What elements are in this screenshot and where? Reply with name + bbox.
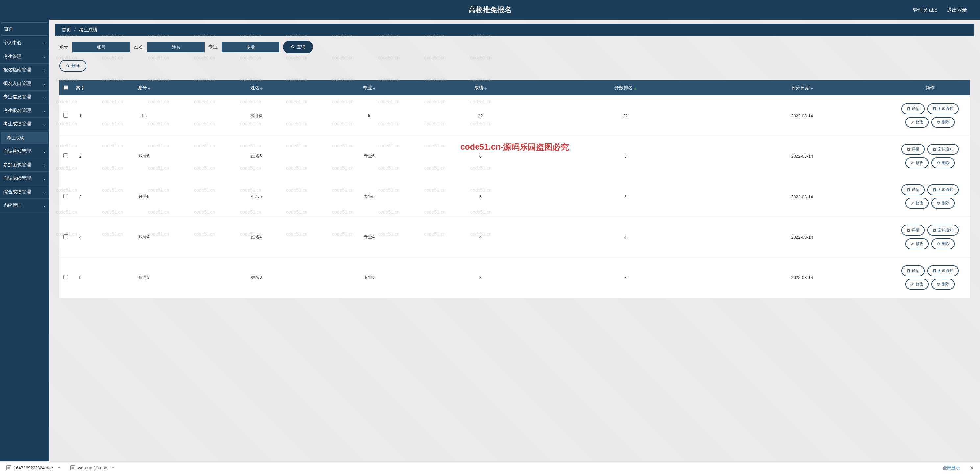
col-account[interactable]: 账号◆ (88, 80, 200, 96)
row-checkbox[interactable] (64, 113, 68, 118)
sidebar-item-5[interactable]: 考生报名管理⌄ (0, 104, 49, 118)
notify-button[interactable]: 面试通知 (928, 265, 959, 276)
edit-button[interactable]: 修改 (905, 279, 929, 290)
notify-button[interactable]: 面试通知 (928, 184, 959, 195)
cell-index: 1 (72, 96, 88, 136)
table-row: 111水电费it22222022-03-14详情面试通知修改删除 (59, 96, 970, 136)
row-checkbox[interactable] (64, 153, 68, 158)
cell-date: 2022-03-14 (714, 257, 889, 298)
cell-name: 姓名6 (200, 136, 313, 176)
delete-button[interactable]: 删除 (931, 157, 955, 168)
col-name[interactable]: 姓名◆ (200, 80, 313, 96)
chevron-down-icon: ⌄ (43, 109, 46, 113)
sidebar-home-label: 首页 (4, 26, 13, 32)
col-major[interactable]: 专业◆ (313, 80, 425, 96)
notify-button[interactable]: 面试通知 (928, 103, 959, 114)
logout-link[interactable]: 退出登录 (947, 7, 967, 13)
sidebar-item-3[interactable]: 报名入口管理⌄ (0, 77, 49, 91)
cell-index: 3 (72, 176, 88, 217)
delete-button[interactable]: 删除 (931, 279, 955, 290)
search-major-input[interactable] (222, 42, 279, 52)
sidebar-item-11[interactable]: 系统管理⌄ (0, 199, 49, 212)
search-button[interactable]: 查询 (283, 41, 313, 53)
sidebar-item-label: 系统管理 (3, 203, 22, 208)
table-row: 4账号4姓名4专业4442022-03-14详情面试通知修改删除 (59, 217, 970, 257)
edit-button[interactable]: 修改 (905, 157, 929, 168)
sidebar-item-label: 考生成绩管理 (3, 121, 31, 127)
breadcrumb-home[interactable]: 首页 (62, 27, 71, 32)
search-row: 账号 姓名 专业 查询 (49, 36, 980, 58)
sidebar-item-4[interactable]: 专业信息管理⌄ (0, 91, 49, 104)
sidebar-item-label: 考生管理 (3, 54, 22, 59)
notify-button[interactable]: 面试通知 (928, 144, 959, 155)
cell-account: 账号5 (88, 176, 200, 217)
edit-button[interactable]: 修改 (905, 198, 929, 209)
chevron-down-icon: ⌄ (43, 190, 46, 194)
download-item-1[interactable]: ▤ 1647269233324.doc ^ (3, 464, 64, 472)
cell-rank: 3 (536, 257, 714, 298)
chevron-down-icon: ⌄ (43, 176, 46, 181)
edit-button[interactable]: 修改 (905, 117, 929, 128)
chevron-down-icon: ⌄ (43, 203, 46, 208)
cell-account: 账号3 (88, 257, 200, 298)
col-score[interactable]: 成绩◆ (425, 80, 536, 96)
breadcrumb-sep: / (74, 27, 76, 32)
detail-button[interactable]: 详情 (901, 265, 925, 276)
sidebar-item-7[interactable]: 面试通知管理⌄ (0, 145, 49, 158)
sidebar-item-2[interactable]: 报名指南管理⌄ (0, 64, 49, 77)
detail-button[interactable]: 详情 (901, 144, 925, 155)
cell-score: 4 (425, 217, 536, 257)
col-ops: 操作 (889, 80, 970, 96)
col-index[interactable]: 索引 (72, 80, 88, 96)
bulk-delete-button[interactable]: 删除 (59, 60, 86, 72)
cell-name: 姓名4 (200, 217, 313, 257)
cell-index: 4 (72, 217, 88, 257)
sidebar-item-6[interactable]: 考生成绩管理⌄ (0, 118, 49, 131)
search-major-label: 专业 (208, 44, 218, 50)
sidebar-item-9[interactable]: 面试成绩管理⌄ (0, 172, 49, 185)
search-account-input[interactable] (72, 42, 130, 52)
delete-button[interactable]: 删除 (931, 117, 955, 128)
cell-score: 3 (425, 257, 536, 298)
detail-button[interactable]: 详情 (901, 103, 925, 114)
chevron-down-icon: ⌄ (43, 95, 46, 99)
sidebar-home[interactable]: 首页 (1, 22, 48, 35)
chevron-down-icon: ⌄ (43, 68, 46, 72)
sort-icon: ◆ (261, 86, 263, 90)
sidebar-item-1[interactable]: 考生管理⌄ (0, 50, 49, 64)
download-item-2[interactable]: ▤ wenjian (1).doc ^ (67, 464, 118, 472)
col-rank[interactable]: 分数排名▲ (536, 80, 714, 96)
delete-button[interactable]: 删除 (931, 238, 955, 249)
row-checkbox[interactable] (64, 235, 68, 239)
close-bar-button[interactable]: ✕ (967, 465, 977, 471)
sort-icon-active: ▲ (634, 86, 637, 90)
chevron-down-icon: ⌄ (43, 163, 46, 167)
show-all-button[interactable]: 全部显示 (940, 464, 963, 472)
search-name-input[interactable] (147, 42, 205, 52)
sidebar-item-label: 报名指南管理 (3, 67, 31, 73)
sidebar-item-label: 考生报名管理 (3, 108, 31, 113)
svg-point-0 (292, 46, 294, 48)
edit-button[interactable]: 修改 (905, 238, 929, 249)
cell-name: 水电费 (200, 96, 313, 136)
detail-button[interactable]: 详情 (901, 225, 925, 236)
sort-icon: ◆ (811, 86, 813, 90)
sidebar-item-10[interactable]: 综合成绩管理⌄ (0, 185, 49, 199)
cell-rank: 4 (536, 217, 714, 257)
download-bar: ▤ 1647269233324.doc ^ ▤ wenjian (1).doc … (0, 461, 980, 474)
col-date[interactable]: 评分日期◆ (714, 80, 889, 96)
select-all-checkbox[interactable] (64, 85, 68, 89)
delete-button[interactable]: 删除 (931, 198, 955, 209)
cell-major: 专业5 (313, 176, 425, 217)
sidebar-item-8[interactable]: 参加面试管理⌄ (0, 158, 49, 172)
sidebar-item-0[interactable]: 个人中心⌄ (0, 37, 49, 50)
detail-button[interactable]: 详情 (901, 184, 925, 195)
notify-button[interactable]: 面试通知 (928, 225, 959, 236)
search-icon (291, 45, 295, 49)
results-table: 索引 账号◆ 姓名◆ 专业◆ 成绩◆ 分数排名▲ 评分日期◆ 操作 111水电费… (59, 80, 970, 298)
row-checkbox[interactable] (64, 275, 68, 279)
row-checkbox[interactable] (64, 194, 68, 198)
admin-label[interactable]: 管理员 abo (913, 7, 937, 13)
sidebar-subitem[interactable]: 考生成绩 (1, 132, 48, 144)
sidebar-item-label: 参加面试管理 (3, 162, 31, 168)
